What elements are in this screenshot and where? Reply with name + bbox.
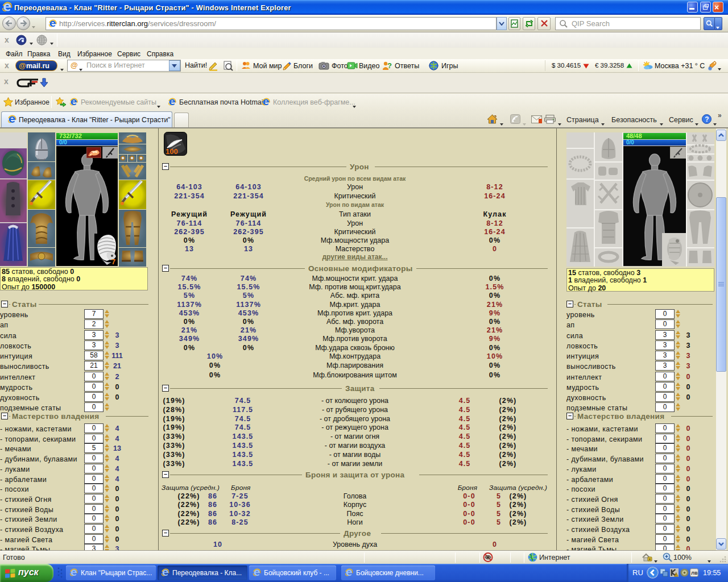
svg-text:?: ? bbox=[387, 61, 392, 70]
svg-text:!: ! bbox=[675, 573, 676, 577]
svg-text:100: 100 bbox=[166, 147, 178, 156]
svg-text:ЛВ: ЛВ bbox=[691, 571, 698, 576]
svg-text:?: ? bbox=[705, 115, 709, 123]
